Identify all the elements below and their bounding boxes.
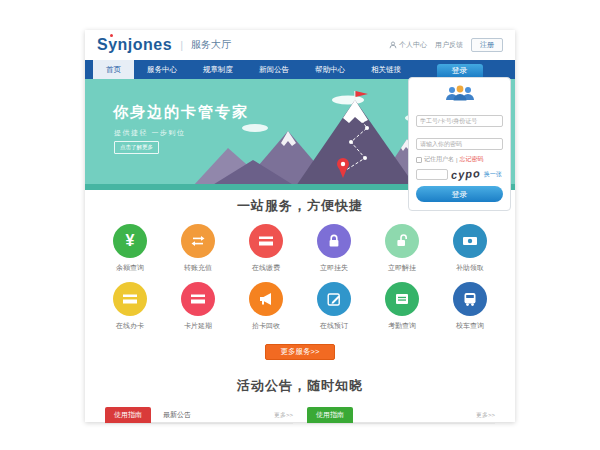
remember-label: 记住用户名 <box>424 155 454 164</box>
nav-item-help-center[interactable]: 帮助中心 <box>302 60 358 79</box>
remember-checkbox[interactable] <box>416 157 422 163</box>
change-captcha-link[interactable]: 换一张 <box>484 170 502 179</box>
nav-item-news[interactable]: 新闻公告 <box>246 60 302 79</box>
hero-subtitle: 提供捷径 一步到位 <box>114 128 185 138</box>
service-item-apply-card[interactable]: 在线办卡 <box>102 282 158 331</box>
bank-card-icon <box>181 282 215 316</box>
guide-panel-left: 使用指南 最新公告 更多>> <box>105 406 293 424</box>
login-options-row: 记住用户名 | 忘记密码 <box>416 155 503 164</box>
nav-item-service-center[interactable]: 服务中心 <box>134 60 190 79</box>
services-row-2: 在线办卡 卡片延期 拾卡回收 在线预订 <box>102 282 498 331</box>
captcha-row: cypo 换一张 <box>416 168 503 180</box>
lock-icon <box>317 224 351 258</box>
yuan-icon: ¥ <box>113 224 147 258</box>
options-divider: | <box>456 157 458 163</box>
nav-item-links[interactable]: 相关链接 <box>358 60 414 79</box>
service-item-pay[interactable]: 在线缴费 <box>238 224 294 273</box>
page-frame: Synjones | 服务大厅 个人中心 用户反馈 注册 首页 服务中心 规章制… <box>85 30 515 422</box>
more-link-right[interactable]: 更多>> <box>476 407 495 423</box>
transfer-icon <box>181 224 215 258</box>
service-item-card-recovery[interactable]: 拾卡回收 <box>238 282 294 331</box>
login-tab[interactable]: 登录 <box>437 64 483 77</box>
synjones-logo[interactable]: Synjones <box>97 36 172 54</box>
services-row-1: ¥ 余额查询 转账充值 在线缴费 立即挂失 <box>102 224 498 273</box>
service-item-card-extension[interactable]: 卡片延期 <box>170 282 226 331</box>
services-section-title: 一站服务，方便快捷 <box>85 197 515 215</box>
register-button[interactable]: 注册 <box>471 38 503 52</box>
bank-card-icon <box>113 282 147 316</box>
nav-item-home[interactable]: 首页 <box>93 60 134 79</box>
login-panel: 登录 记住用户名 | 忘记密码 cypo 换一张 登录 <box>408 64 511 211</box>
attendance-icon <box>385 282 419 316</box>
unlock-icon <box>385 224 419 258</box>
personal-center-link[interactable]: 个人中心 <box>389 40 427 50</box>
tab-latest-announcements[interactable]: 最新公告 <box>163 407 191 423</box>
service-item-transfer[interactable]: 转账充值 <box>170 224 226 273</box>
tab-usage-guide-left[interactable]: 使用指南 <box>105 407 151 423</box>
header-divider: | <box>180 39 183 51</box>
guide-panel-right: 使用指南 更多>> <box>307 406 495 424</box>
users-group-icon <box>443 85 477 103</box>
captcha-image[interactable]: cypo <box>451 167 481 181</box>
service-item-unfreeze[interactable]: 立即解挂 <box>374 224 430 273</box>
tab-usage-guide-right[interactable]: 使用指南 <box>307 407 353 423</box>
bus-icon <box>453 282 487 316</box>
site-name: 服务大厅 <box>191 38 231 52</box>
banknote-icon <box>453 224 487 258</box>
service-item-subsidy[interactable]: 补助领取 <box>442 224 498 273</box>
megaphone-icon <box>249 282 283 316</box>
service-item-report-loss[interactable]: 立即挂失 <box>306 224 362 273</box>
announcements-section-title: 活动公告，随时知晓 <box>85 377 515 395</box>
user-icon <box>389 41 397 49</box>
announcement-panels: 使用指南 最新公告 更多>> 使用指南 更多>> <box>85 406 515 424</box>
bank-card-icon <box>249 224 283 258</box>
service-item-balance[interactable]: ¥ 余额查询 <box>102 224 158 273</box>
more-services-button[interactable]: 更多服务>> <box>265 344 335 360</box>
username-input[interactable] <box>416 115 503 127</box>
mountain-illustration <box>193 86 433 186</box>
more-link-left[interactable]: 更多>> <box>274 407 293 423</box>
forgot-password-link[interactable]: 忘记密码 <box>460 155 484 164</box>
password-input[interactable] <box>416 138 503 150</box>
top-header: Synjones | 服务大厅 个人中心 用户反馈 注册 <box>85 30 515 60</box>
user-feedback-link[interactable]: 用户反馈 <box>435 40 463 50</box>
service-item-online-booking[interactable]: 在线预订 <box>306 282 362 331</box>
hero-title: 你身边的卡管专家 <box>113 103 249 122</box>
edit-icon <box>317 282 351 316</box>
captcha-input[interactable] <box>416 169 448 180</box>
service-item-attendance[interactable]: 考勤查询 <box>374 282 430 331</box>
page-content: 一站服务，方便快捷 ¥ 余额查询 转账充值 在线缴费 <box>85 190 515 424</box>
hero-cta-button[interactable]: 点击了解更多 <box>114 141 159 154</box>
nav-item-rules[interactable]: 规章制度 <box>190 60 246 79</box>
header-right: 个人中心 用户反馈 注册 <box>389 38 503 52</box>
service-item-school-bus[interactable]: 校车查询 <box>442 282 498 331</box>
